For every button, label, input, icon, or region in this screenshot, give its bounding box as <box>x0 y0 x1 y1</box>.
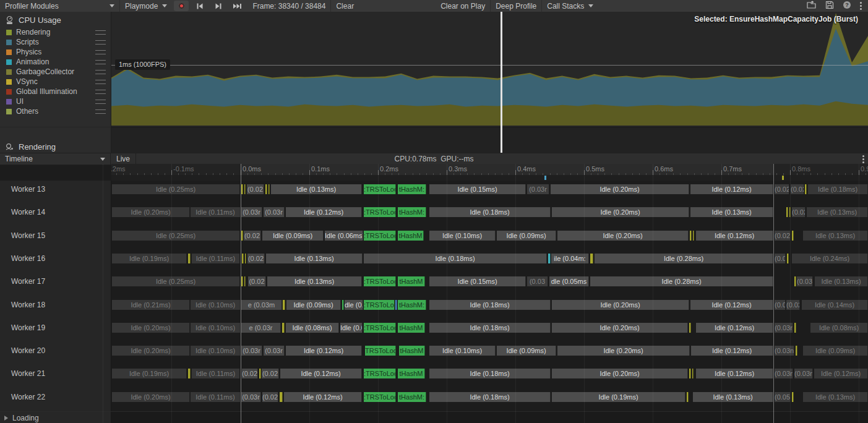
idle-sample-block[interactable]: Idle (0.13ms) <box>803 231 868 241</box>
job-sample-block[interactable]: tHashM: <box>398 184 426 194</box>
sample-tick[interactable] <box>188 369 191 378</box>
timeline-menu-button[interactable] <box>862 155 868 163</box>
sample-tick[interactable] <box>689 369 691 378</box>
cpu-module-header[interactable]: CPU Usage <box>0 12 111 27</box>
job-sample-block[interactable]: tHashM: <box>398 392 426 402</box>
drag-handle-icon[interactable] <box>95 30 106 35</box>
drag-handle-icon[interactable] <box>95 50 106 54</box>
idle-sample-block[interactable]: (0.03n <box>794 369 813 378</box>
idle-sample-block[interactable]: Idle (0.12ms) <box>696 323 773 333</box>
sample-tick[interactable] <box>792 231 794 241</box>
job-sample-block[interactable]: :TRSToLoc <box>364 276 396 286</box>
job-sample-block[interactable]: tHashM: <box>398 207 426 217</box>
idle-sample-block[interactable]: Idle (0.25ms) <box>112 231 240 241</box>
marker-lane[interactable] <box>111 175 868 181</box>
job-sample-block[interactable]: :TRSToLoc <box>364 207 396 217</box>
load-profile-button[interactable] <box>807 1 817 11</box>
idle-sample-block[interactable]: Idle (0.14ms) <box>802 300 868 310</box>
idle-sample-block[interactable]: Idle (0.11ms) <box>192 254 240 263</box>
idle-sample-block[interactable]: e (0.03r <box>241 323 281 333</box>
idle-sample-block[interactable]: (0.02 <box>262 392 278 402</box>
sample-tick[interactable] <box>794 323 796 333</box>
sample-tick[interactable] <box>241 184 243 194</box>
idle-sample-block[interactable]: e (0.03m <box>241 300 282 310</box>
idle-sample-block[interactable]: (0.02 <box>247 254 265 263</box>
job-sample-block[interactable]: TRSToLoc: <box>365 346 396 356</box>
sample-tick[interactable] <box>805 184 807 194</box>
job-sample-block[interactable]: tHashM <box>398 323 425 333</box>
sample-tick[interactable] <box>796 346 797 356</box>
idle-sample-block[interactable]: Idle (0.18ms) <box>429 369 551 378</box>
current-frame-button[interactable] <box>228 0 247 12</box>
idle-sample-block[interactable]: (0.03 <box>527 276 548 286</box>
idle-sample-block[interactable]: (0.03r <box>241 207 262 217</box>
drag-handle-icon[interactable] <box>95 60 106 64</box>
sample-tick[interactable] <box>787 254 789 263</box>
job-sample-block[interactable]: :TRSToLoc <box>364 369 396 378</box>
legend-item[interactable]: Global Illumination <box>0 87 111 96</box>
clear-button[interactable]: Clear <box>331 0 359 12</box>
sample-tick[interactable] <box>241 276 243 286</box>
drag-handle-icon[interactable] <box>95 109 106 114</box>
save-profile-button[interactable] <box>825 1 834 11</box>
deep-profile-button[interactable]: Deep Profile <box>491 0 541 12</box>
sample-tick[interactable] <box>794 276 796 286</box>
idle-sample-block[interactable]: Idle (0.12ms) <box>690 184 773 194</box>
idle-sample-block[interactable]: Idle (0.06ms) <box>325 231 363 241</box>
job-sample-block[interactable]: :TRSToLoc <box>364 392 396 402</box>
idle-sample-block[interactable]: Idle (0.11ms) <box>192 369 240 378</box>
playmode-dropdown[interactable]: Playmode <box>120 0 172 12</box>
sample-tick[interactable] <box>548 254 551 263</box>
idle-sample-block[interactable]: Idle (0.09ms) <box>262 231 324 241</box>
legend-item[interactable]: GarbageCollector <box>0 67 111 77</box>
idle-sample-block[interactable]: Idle (0.19ms) <box>112 369 187 378</box>
idle-sample-block[interactable]: Idle (0.13ms) <box>266 254 363 263</box>
idle-sample-block[interactable]: Idle (0.19ms) <box>112 254 187 263</box>
legend-item[interactable]: Others <box>0 106 111 116</box>
idle-sample-block[interactable]: dle (0.05ms) <box>345 300 363 310</box>
sample-tick[interactable] <box>265 184 267 194</box>
sample-tick[interactable] <box>692 369 694 378</box>
idle-sample-block[interactable]: (0.02 <box>775 184 789 194</box>
previous-frame-button[interactable] <box>191 0 209 12</box>
idle-sample-block[interactable]: Idle (0.12ms) <box>286 207 362 217</box>
loading-group-header[interactable]: Loading <box>0 412 111 423</box>
idle-sample-block[interactable]: (0.02 <box>247 184 264 194</box>
idle-sample-block[interactable]: (0.05 <box>775 392 791 402</box>
call-stacks-dropdown[interactable]: Call Stacks <box>542 0 598 12</box>
idle-sample-block[interactable]: Idle (0.12ms) <box>286 346 362 356</box>
idle-sample-block[interactable]: (0.02 <box>786 300 800 310</box>
idle-sample-block[interactable]: Idle (0.12ms) <box>280 369 362 378</box>
current-frame-indicator-line[interactable] <box>501 12 502 153</box>
job-sample-block[interactable]: tHashM <box>398 276 425 286</box>
sample-tick[interactable] <box>395 300 397 310</box>
rendering-chart-area[interactable] <box>111 127 868 153</box>
idle-sample-block[interactable]: Idle (0.10ms) <box>429 231 496 241</box>
idle-sample-block[interactable]: Idle (0.09ms) <box>286 300 341 310</box>
timeline-view-dropdown[interactable]: Timeline <box>0 153 111 164</box>
job-sample-block[interactable]: :TRSToLoc <box>364 323 396 333</box>
job-sample-block[interactable]: tHashM <box>399 346 425 356</box>
idle-sample-block[interactable]: (0.0 <box>775 300 786 310</box>
sample-tick[interactable] <box>792 392 794 402</box>
idle-sample-block[interactable]: (0.02 <box>244 231 261 241</box>
sample-tick[interactable] <box>690 231 692 241</box>
blue-marker-tick[interactable] <box>544 176 546 180</box>
idle-sample-block[interactable]: Idle (0.10ms) <box>429 346 496 356</box>
idle-sample-block[interactable]: Idle (0.20ms) <box>557 346 690 356</box>
idle-sample-block[interactable]: (0.02 <box>775 254 786 263</box>
job-sample-block[interactable]: tHashM <box>398 369 425 378</box>
sample-tick[interactable] <box>687 392 689 402</box>
idle-sample-block[interactable]: Idle (0.18ms) <box>429 300 551 310</box>
legend-item[interactable]: Rendering <box>0 27 111 37</box>
legend-item[interactable]: Physics <box>0 47 111 57</box>
idle-sample-block[interactable]: (0.03r <box>241 392 261 402</box>
idle-sample-block[interactable]: Idle (0.12ms) <box>696 231 773 241</box>
idle-sample-block[interactable]: Idle (0.15ms) <box>429 184 526 194</box>
sample-tick[interactable] <box>188 254 191 263</box>
drag-handle-icon[interactable] <box>95 90 106 94</box>
job-sample-block[interactable]: :TRSToLoc <box>364 300 395 310</box>
rendering-module-header[interactable]: Rendering <box>0 139 111 154</box>
idle-sample-block[interactable]: (0.03r <box>241 346 262 356</box>
idle-sample-block[interactable]: (0.02 <box>248 276 266 286</box>
